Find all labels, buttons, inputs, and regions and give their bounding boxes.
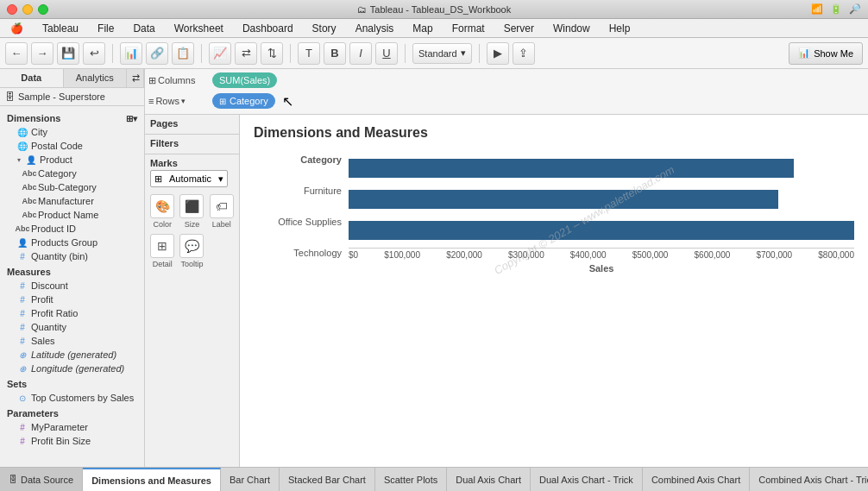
- field-product-name[interactable]: Abc Product Name: [0, 208, 144, 222]
- field-sales[interactable]: # Sales: [0, 334, 144, 348]
- chart-bars-area: $0 $100,000 $200,000 $300,000 $400,000 $…: [349, 154, 854, 274]
- show-me-icon: 📊: [798, 47, 810, 59]
- menu-story[interactable]: Story: [309, 21, 340, 36]
- bar-chart-button[interactable]: 📈: [209, 42, 231, 65]
- marks-size-button[interactable]: ⬛ Size: [179, 194, 204, 229]
- show-me-button[interactable]: 📊 Show Me: [789, 42, 863, 65]
- standard-dropdown[interactable]: Standard ▾: [412, 43, 472, 64]
- bar-furniture: [349, 159, 794, 178]
- connect-button[interactable]: 🔗: [146, 42, 168, 65]
- y-label-office: Office Supplies: [254, 208, 349, 236]
- datasource-name[interactable]: 🗄 Sample - Superstore: [0, 88, 144, 106]
- columns-label: ⊞ Columns: [148, 75, 209, 86]
- size-icon: ⬛: [179, 194, 204, 218]
- field-latitude[interactable]: ⊕ Latitude (generated): [0, 348, 144, 362]
- sort-button[interactable]: ⇅: [261, 42, 283, 65]
- side-panels: Pages Filters Marks ⊞ Automatic ▾ 🎨: [145, 115, 240, 467]
- swap-button[interactable]: ⇄: [235, 42, 257, 65]
- field-profit-ratio[interactable]: # Profit Ratio: [0, 306, 144, 320]
- x-tick-400k: $400,000: [570, 250, 607, 260]
- measures-header: Measures: [0, 263, 144, 279]
- field-category[interactable]: Abc Category: [0, 167, 144, 180]
- menu-server[interactable]: Server: [500, 21, 538, 36]
- undo-button[interactable]: ↩: [83, 42, 105, 65]
- tab-combined-axis-chart-trick[interactable]: Combined Axis Chart - Trick: [750, 468, 868, 491]
- field-quantity-bin[interactable]: # Quantity (bin): [0, 249, 144, 263]
- x-tick-500k: $500,000: [632, 250, 669, 260]
- field-product-group[interactable]: ▾ 👤 Product: [0, 153, 144, 167]
- rows-shelf: ≡ Rows ▾ ⊞ Category ↖: [148, 91, 865, 110]
- x-axis: $0 $100,000 $200,000 $300,000 $400,000 $…: [349, 248, 854, 260]
- hash-icon-2: #: [17, 280, 28, 291]
- menu-file[interactable]: File: [94, 21, 117, 36]
- field-product-id[interactable]: Abc Product ID: [0, 222, 144, 236]
- minimize-button[interactable]: [22, 4, 33, 15]
- hash-icon-4: #: [17, 308, 28, 318]
- panel-options-icon[interactable]: ⇄: [127, 69, 144, 87]
- tableau-icon: 🗂: [357, 4, 367, 15]
- menu-data[interactable]: Data: [129, 21, 158, 36]
- tab-bar-chart[interactable]: Bar Chart: [221, 468, 280, 491]
- field-manufacturer[interactable]: Abc Manufacturer: [0, 194, 144, 208]
- grid-icon[interactable]: ⊞▾: [126, 114, 137, 123]
- forward-button[interactable]: →: [31, 42, 53, 65]
- back-button[interactable]: ←: [5, 42, 28, 65]
- marks-color-button[interactable]: 🎨 Color: [150, 194, 174, 229]
- maximize-button[interactable]: [38, 4, 48, 15]
- apple-menu[interactable]: 🍎: [7, 21, 27, 36]
- bar-technology: [349, 221, 854, 240]
- share-button[interactable]: ⇪: [513, 42, 535, 65]
- field-quantity[interactable]: # Quantity: [0, 320, 144, 334]
- marks-tooltip-button[interactable]: 💬 Tooltip: [179, 234, 204, 268]
- marks-label-button[interactable]: 🏷 Label: [210, 194, 234, 229]
- field-longitude[interactable]: ⊕ Longitude (generated): [0, 362, 144, 375]
- new-datasource-button[interactable]: 📊: [120, 42, 142, 65]
- label-icon: 🏷: [210, 194, 234, 218]
- field-postal-code[interactable]: 🌐 Postal Code: [0, 139, 144, 153]
- menu-map[interactable]: Map: [409, 21, 436, 36]
- tab-combined-axis-chart[interactable]: Combined Axis Chart: [643, 468, 750, 491]
- marks-type-dropdown[interactable]: ⊞ Automatic ▾: [150, 170, 228, 187]
- field-profit[interactable]: # Profit: [0, 293, 144, 306]
- save-button[interactable]: 💾: [57, 42, 79, 65]
- field-discount[interactable]: # Discount: [0, 279, 144, 293]
- field-products-group[interactable]: 👤 Products Group: [0, 236, 144, 249]
- tab-data[interactable]: Data: [0, 69, 64, 87]
- close-button[interactable]: [7, 4, 17, 15]
- bold-button[interactable]: B: [324, 42, 346, 65]
- tab-dual-axis-chart[interactable]: Dual Axis Chart: [447, 468, 531, 491]
- field-myparameter[interactable]: # MyParameter: [0, 420, 144, 434]
- menu-dashboard[interactable]: Dashboard: [239, 21, 297, 36]
- rows-pill[interactable]: ⊞ Category: [212, 93, 275, 109]
- menu-analysis[interactable]: Analysis: [352, 21, 398, 36]
- x-tick-300k: $300,000: [508, 250, 544, 260]
- category-grid-icon: ⊞: [219, 97, 226, 106]
- filters-label: Filters: [150, 138, 234, 148]
- menu-help[interactable]: Help: [606, 21, 634, 36]
- tab-scatter-plots[interactable]: Scatter Plots: [375, 468, 447, 491]
- field-top-customers[interactable]: ⊙ Top Customers by Sales: [0, 391, 144, 405]
- tab-data-source[interactable]: 🗄 Data Source: [0, 468, 83, 491]
- field-subcategory[interactable]: Abc Sub-Category: [0, 180, 144, 194]
- tab-stacked-bar-chart[interactable]: Stacked Bar Chart: [280, 468, 375, 491]
- italic-button[interactable]: I: [349, 42, 372, 65]
- presentation-button[interactable]: ▶: [487, 42, 509, 65]
- tab-analytics[interactable]: Analytics: [64, 69, 128, 87]
- columns-pill[interactable]: SUM(Sales): [212, 72, 277, 88]
- text-button[interactable]: T: [298, 42, 320, 65]
- param-icon-2: #: [17, 436, 28, 446]
- underline-button[interactable]: U: [375, 42, 398, 65]
- field-city[interactable]: 🌐 City: [0, 125, 144, 139]
- tab-dual-axis-chart-trick[interactable]: Dual Axis Chart - Trick: [531, 468, 643, 491]
- system-icons: 📶 🔋 🔎: [811, 3, 861, 15]
- tab-dimensions-measures[interactable]: Dimensions and Measures: [83, 468, 221, 491]
- marks-detail-button[interactable]: ⊞ Detail: [150, 234, 174, 268]
- menu-tableau[interactable]: Tableau: [39, 21, 82, 36]
- menu-window[interactable]: Window: [550, 21, 594, 36]
- paste-button[interactable]: 📋: [172, 42, 194, 65]
- menu-worksheet[interactable]: Worksheet: [171, 21, 227, 36]
- chevron-down-icon-rows: ▾: [181, 97, 186, 105]
- field-profit-bin-size[interactable]: # Profit Bin Size: [0, 434, 144, 448]
- x-tick-600k: $600,000: [695, 250, 731, 260]
- menu-format[interactable]: Format: [449, 21, 488, 36]
